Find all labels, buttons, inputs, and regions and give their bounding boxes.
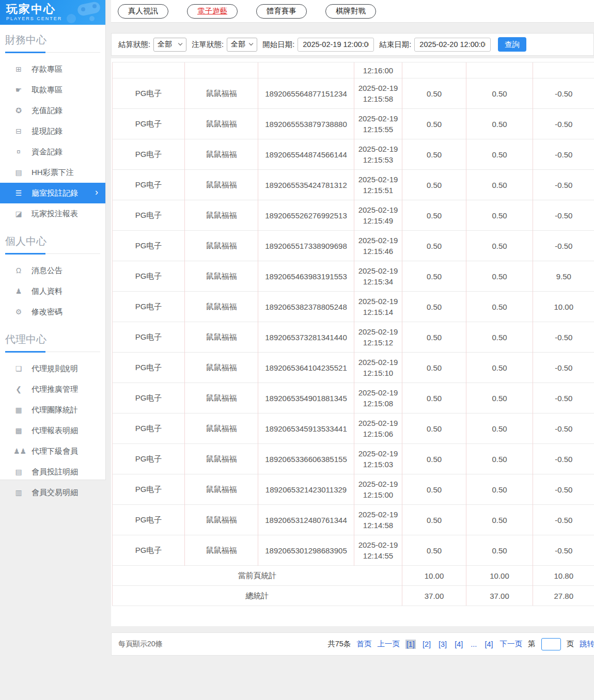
cell-platform: PG电子 <box>113 505 185 535</box>
section-title: 個人中心 <box>5 233 100 254</box>
sidebar-item[interactable]: ¤ 資金記錄 › <box>0 141 105 162</box>
cell-player: 鼠鼠福福 <box>185 109 258 139</box>
cell-time: 2025-02-19 12:15:12 <box>354 322 402 353</box>
cell-player: 鼠鼠福福 <box>185 231 258 261</box>
page-number-link[interactable]: [3] <box>437 640 448 649</box>
end-date-input[interactable] <box>414 38 491 52</box>
cell-valid-bet: 0.50 <box>466 505 533 535</box>
table-row: PG电子 鼠鼠福福 1892065321423011329 2025-02-19… <box>113 474 594 505</box>
sidebar-item[interactable]: ❏ 代理規則說明 › <box>0 358 105 379</box>
table-row: PG电子 鼠鼠福福 1892065312480761344 2025-02-19… <box>113 505 594 535</box>
sidebar-item[interactable]: ▥ 會員交易明細 › <box>0 482 105 503</box>
chevron-right-icon: › <box>95 187 98 198</box>
cell-platform: PG电子 <box>113 170 185 200</box>
chevron-down-icon <box>249 41 254 46</box>
sidebar-item[interactable]: ▤ HH彩票下注 › <box>0 162 105 183</box>
cell-valid-bet: 0.50 <box>466 322 533 353</box>
sidebar-item[interactable]: ❮ 代理推廣管理 › <box>0 379 105 400</box>
sidebar-item[interactable]: ⊞ 存款專區 › <box>0 59 105 79</box>
cell-order-id: 1892065553879738880 <box>258 109 354 139</box>
section-items: Ω 消息公告 › ♟ 個人資料 › ⚙ 修改密碼 › <box>0 257 105 324</box>
order-status-select[interactable]: 全部 <box>227 38 257 52</box>
cell-time: 2025-02-19 12:15:03 <box>354 444 402 474</box>
cell-valid-bet: 0.50 <box>466 413 533 444</box>
cell-bet: 0.50 <box>402 200 466 231</box>
sidebar-item[interactable]: ♟♟ 代理下級會員 › <box>0 441 105 462</box>
member-transaction-icon: ▥ <box>13 488 24 497</box>
sidebar-item-label: 代理報表明細 <box>32 426 78 436</box>
member-bet-detail-icon: ▤ <box>13 468 24 476</box>
first-page-link[interactable]: 首页 <box>356 639 371 649</box>
table-row: PG电子 鼠鼠福福 1892065382378805248 2025-02-19… <box>113 292 594 322</box>
page-summary-label: 當前頁統計 <box>113 566 402 586</box>
lottery-bet-icon: ▤ <box>13 168 24 177</box>
start-date-input[interactable] <box>298 38 374 52</box>
game-tab[interactable]: 棋牌對戰 <box>325 4 376 19</box>
members-icon: ♟♟ <box>13 447 24 455</box>
cell-time: 2025-02-19 12:15:49 <box>354 200 402 231</box>
cell-bet <box>402 62 466 78</box>
sidebar-item[interactable]: ✪ 充值記錄 › <box>0 100 105 121</box>
cell-platform: PG电子 <box>113 78 185 109</box>
cell-winloss: -0.50 <box>533 322 594 353</box>
total-summary-label: 總統計 <box>113 586 402 606</box>
cell-winloss: -0.50 <box>533 474 594 505</box>
cell-valid-bet: 0.50 <box>466 139 533 170</box>
cell-valid-bet: 0.50 <box>466 474 533 505</box>
cell-time: 2025-02-19 12:15:14 <box>354 292 402 322</box>
sidebar-item[interactable]: Ω 消息公告 › <box>0 260 105 281</box>
sidebar-item[interactable]: ⊟ 提現記錄 › <box>0 121 105 141</box>
sidebar-item[interactable]: ▩ 代理報表明細 › <box>0 420 105 441</box>
table-row: PG电子 鼠鼠福福 1892065526276992513 2025-02-19… <box>113 200 594 231</box>
cell-winloss: 9.50 <box>533 261 594 292</box>
cell-player: 鼠鼠福福 <box>185 535 258 566</box>
sidebar-item[interactable]: ☰ 廳室投註記錄 › <box>0 183 105 203</box>
chevron-down-icon <box>178 41 183 46</box>
table-row: PG电子 鼠鼠福福 1892065553879738880 2025-02-19… <box>113 109 594 139</box>
cell-winloss: -0.50 <box>533 383 594 413</box>
page-number-link[interactable]: [2] <box>421 640 432 649</box>
page-number-link[interactable]: [4] <box>454 640 464 649</box>
cell-player: 鼠鼠福福 <box>185 78 258 109</box>
game-tab[interactable]: 電子遊藝 <box>187 4 238 19</box>
sidebar-item[interactable]: ◪ 玩家投注報表 › <box>0 203 105 224</box>
sidebar-item[interactable]: ▤ 會員投註明細 › <box>0 462 105 482</box>
next-page-link[interactable]: 下一页 <box>500 639 523 649</box>
sidebar-item-label: 資金記錄 <box>32 147 62 157</box>
game-tab[interactable]: 體育賽事 <box>256 4 307 19</box>
cell-order-id: 1892065345913533441 <box>258 413 354 444</box>
document-icon: ❏ <box>13 364 24 373</box>
prev-page-link[interactable]: 上一页 <box>377 639 400 649</box>
bell-icon: Ω <box>13 266 24 275</box>
settle-status-select[interactable]: 全部 <box>153 38 186 52</box>
game-tab[interactable]: 真人視訊 <box>118 4 168 19</box>
sidebar-item[interactable]: ⚙ 修改密碼 › <box>0 301 105 322</box>
room-bet-record-icon: ☰ <box>13 189 24 197</box>
cell-winloss: -0.50 <box>533 139 594 170</box>
sidebar-item[interactable]: ♟ 個人資料 › <box>0 281 105 301</box>
cell-time: 12:16:00 <box>354 62 402 78</box>
cell-valid-bet: 0.50 <box>466 261 533 292</box>
page-number-link[interactable]: ... <box>470 640 478 649</box>
sidebar-item-label: 代理下級會員 <box>32 447 78 456</box>
cell-bet: 0.50 <box>402 505 466 535</box>
cell-order-id: 1892065463983191553 <box>258 261 354 292</box>
query-button[interactable]: 查詢 <box>498 37 526 52</box>
sidebar-item[interactable]: ▦ 代理團隊統計 › <box>0 400 105 420</box>
page-jump-input[interactable] <box>541 638 561 650</box>
cell-time: 2025-02-19 12:15:10 <box>354 353 402 383</box>
jump-button[interactable]: 跳转 <box>580 639 594 649</box>
gear-icon: ⚙ <box>13 308 24 316</box>
section-title: 財務中心 <box>5 32 100 53</box>
cell-bet: 0.50 <box>402 322 466 353</box>
page-number-link[interactable]: [4] <box>483 640 494 649</box>
sidebar-item-label: HH彩票下注 <box>32 168 74 178</box>
cell-winloss: -0.50 <box>533 200 594 231</box>
cell-order-id: 1892065354901881345 <box>258 383 354 413</box>
page-number-link[interactable]: [1] <box>405 640 416 649</box>
pager: 共75条 首页 上一页 [1][2][3][4]...[4] 下一页 第 页 跳… <box>327 638 594 650</box>
cell-platform: PG电子 <box>113 353 185 383</box>
cell-platform: PG电子 <box>113 261 185 292</box>
page-summary-winloss: 10.80 <box>533 566 594 586</box>
sidebar-item[interactable]: ☛ 取款專區 › <box>0 79 105 100</box>
